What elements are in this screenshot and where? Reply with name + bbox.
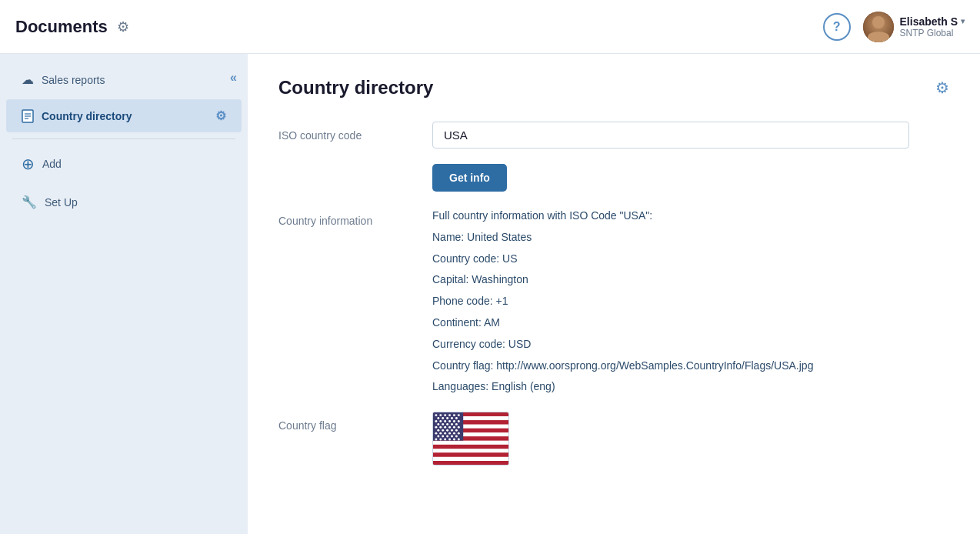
country-info-block: Full country information with ISO Code "…: [432, 207, 949, 396]
svg-point-43: [448, 426, 451, 429]
info-line-1: Name: United States: [432, 229, 949, 247]
svg-point-31: [444, 420, 446, 422]
svg-point-20: [444, 414, 446, 416]
iso-code-label: ISO country code: [278, 122, 432, 142]
svg-point-52: [439, 432, 442, 435]
svg-point-29: [435, 420, 437, 422]
get-info-button[interactable]: Get info: [432, 164, 507, 192]
svg-point-63: [439, 439, 442, 441]
country-info-control: Full country information with ISO Code "…: [432, 207, 949, 396]
svg-rect-14: [433, 453, 508, 457]
user-org: SNTP Global: [900, 28, 954, 38]
content-area: Country directory ⚙ ISO country code Get…: [248, 54, 980, 534]
page-title: Country directory: [278, 77, 433, 98]
svg-point-66: [453, 439, 455, 441]
svg-point-44: [453, 426, 455, 429]
header-right: ? Elisabeth S ▾ SNTP Global: [823, 12, 965, 42]
svg-point-64: [444, 439, 446, 441]
info-line-2: Country code: US: [432, 250, 949, 269]
svg-point-45: [458, 426, 460, 429]
help-button[interactable]: ?: [823, 13, 851, 41]
svg-point-46: [437, 429, 439, 432]
user-menu[interactable]: Elisabeth S ▾ SNTP Global: [863, 12, 965, 42]
content-gear-icon[interactable]: ⚙: [935, 78, 949, 97]
svg-point-67: [458, 439, 460, 441]
svg-point-37: [446, 423, 448, 426]
svg-point-26: [446, 417, 448, 419]
country-info-row: Country information Full country informa…: [278, 207, 949, 396]
setup-label: Set Up: [45, 196, 226, 209]
country-flag-row: Country flag: [278, 412, 949, 466]
svg-point-59: [446, 436, 448, 438]
get-info-row: Get info: [278, 164, 949, 192]
sidebar-item-setup[interactable]: 🔧 Set Up: [6, 185, 242, 219]
sidebar-collapse-button[interactable]: «: [230, 71, 237, 85]
svg-rect-15: [433, 457, 508, 461]
info-line-8: Languages: English (eng): [432, 378, 949, 396]
user-info: Elisabeth S ▾ SNTP Global: [900, 15, 965, 38]
svg-point-62: [435, 439, 437, 441]
svg-point-32: [448, 420, 451, 422]
iso-code-control: [432, 122, 949, 149]
sidebar-item-add[interactable]: ⊕ Add: [6, 145, 242, 182]
svg-point-23: [458, 414, 460, 416]
sidebar-item-country-directory[interactable]: Country directory ⚙: [6, 99, 242, 132]
info-line-5: Continent: AM: [432, 314, 949, 332]
svg-point-57: [437, 436, 439, 438]
svg-point-38: [451, 423, 453, 426]
svg-point-49: [451, 429, 453, 432]
user-name: Elisabeth S ▾: [900, 15, 965, 28]
sidebar-item-country-directory-label: Country directory: [42, 110, 208, 122]
sidebar-item-sales-reports[interactable]: ☁ Sales reports: [6, 63, 242, 96]
svg-rect-12: [433, 445, 508, 449]
add-label: Add: [42, 158, 226, 170]
svg-point-35: [437, 423, 439, 426]
us-flag-svg: [433, 412, 508, 466]
country-flag-image: [432, 412, 509, 466]
svg-point-28: [455, 417, 458, 419]
svg-point-34: [458, 420, 460, 422]
svg-point-25: [442, 417, 444, 419]
svg-rect-11: [433, 441, 508, 445]
svg-point-50: [455, 429, 458, 432]
svg-point-48: [446, 429, 448, 432]
svg-point-58: [442, 436, 444, 438]
svg-point-30: [439, 420, 442, 422]
app-header: Documents ⚙ ? Elisabeth S ▾ SNTP Global: [0, 0, 980, 54]
app-title-gear-icon[interactable]: ⚙: [115, 19, 131, 35]
svg-point-53: [444, 432, 446, 435]
svg-point-18: [435, 414, 437, 416]
content-header: Country directory ⚙: [278, 77, 949, 98]
chevron-down-icon: ▾: [961, 17, 965, 25]
svg-point-33: [453, 420, 455, 422]
cloud-icon: ☁: [22, 72, 34, 87]
svg-point-41: [439, 426, 442, 429]
svg-point-24: [437, 417, 439, 419]
svg-point-56: [458, 432, 460, 435]
svg-point-36: [442, 423, 444, 426]
info-line-3: Capital: Washington: [432, 271, 949, 289]
country-info-label: Country information: [278, 207, 432, 227]
main-layout: « ☁ Sales reports Country directory ⚙ ⊕ …: [0, 54, 980, 534]
svg-point-51: [435, 432, 437, 435]
svg-point-55: [453, 432, 455, 435]
get-info-label-spacer: [278, 164, 432, 172]
svg-rect-16: [433, 461, 508, 465]
flag-control: [432, 412, 949, 466]
svg-point-40: [435, 426, 437, 429]
add-icon: ⊕: [22, 155, 35, 173]
sidebar: « ☁ Sales reports Country directory ⚙ ⊕ …: [0, 54, 248, 534]
svg-point-42: [444, 426, 446, 429]
iso-code-input[interactable]: [432, 122, 909, 149]
info-line-7: Country flag: http://www.oorsprong.org/W…: [432, 357, 949, 375]
svg-point-61: [455, 436, 458, 438]
document-icon: [22, 109, 34, 123]
svg-point-39: [455, 423, 458, 426]
sidebar-divider: [12, 139, 235, 139]
info-line-4: Phone code: +1: [432, 292, 949, 311]
sidebar-item-gear-icon[interactable]: ⚙: [215, 108, 226, 123]
sidebar-item-label: Sales reports: [42, 74, 226, 86]
get-info-control: Get info: [432, 164, 949, 192]
svg-point-22: [453, 414, 455, 416]
info-line-6: Currency code: USD: [432, 335, 949, 354]
